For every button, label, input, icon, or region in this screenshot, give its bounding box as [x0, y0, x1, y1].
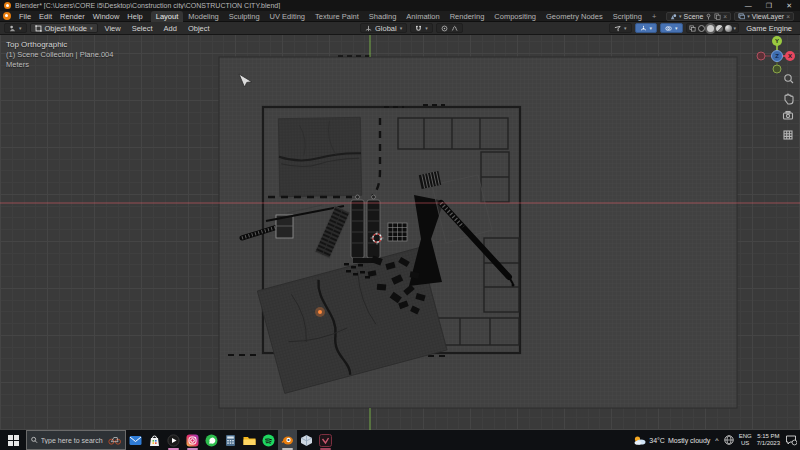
show-overlays-icon: [665, 25, 672, 32]
grid-ortho-icon[interactable]: [784, 131, 792, 139]
shading-material-icon[interactable]: [716, 25, 723, 32]
menu-add[interactable]: Add: [160, 24, 181, 33]
orientation-label: Global: [375, 24, 397, 33]
transform-orientation-selector[interactable]: Global ▾: [360, 23, 407, 33]
tab-scripting[interactable]: Scripting: [608, 11, 647, 22]
tab-shading[interactable]: Shading: [364, 11, 402, 22]
toggle-xray-icon[interactable]: [689, 25, 696, 32]
app-spotify[interactable]: [259, 430, 278, 450]
close-button[interactable]: ✕: [786, 2, 792, 10]
tab-compositing[interactable]: Compositing: [489, 11, 541, 22]
gizmo-neg-x[interactable]: [757, 52, 765, 60]
title-bar: Blender* [C:\Users\CORE i5\Desktop\Const…: [0, 0, 800, 11]
scene-name: Scene: [683, 13, 703, 20]
menu-file[interactable]: File: [15, 11, 35, 22]
scene-wireframe: Y X Z: [0, 35, 800, 430]
proportional-editing-toggle[interactable]: [436, 23, 463, 33]
app-blender[interactable]: [278, 430, 297, 450]
calculator-icon: [224, 434, 237, 447]
show-gizmo-toggle[interactable]: ▾: [635, 23, 658, 33]
tab-modeling[interactable]: Modeling: [183, 11, 223, 22]
shading-rendered-icon[interactable]: [725, 25, 732, 32]
shading-mode-group: ▾: [686, 23, 740, 33]
bicycle-graphic: [108, 434, 121, 446]
maximize-button[interactable]: ❐: [766, 2, 772, 10]
unlink-scene-icon[interactable]: ×: [723, 13, 727, 20]
menu-view[interactable]: View: [101, 24, 125, 33]
menu-window[interactable]: Window: [89, 11, 124, 22]
3d-viewport[interactable]: Y X Z T: [0, 35, 800, 430]
taskbar-search[interactable]: [26, 430, 126, 450]
movies-icon: [167, 434, 180, 447]
notification-icon[interactable]: [785, 434, 797, 446]
editor-type-selector[interactable]: ▾: [4, 23, 27, 33]
window-lattice[interactable]: [388, 223, 407, 241]
duplicate-icon[interactable]: [714, 13, 721, 20]
mode-label: Object Mode: [45, 24, 88, 33]
object-visibility-dropdown[interactable]: ▾: [609, 23, 632, 33]
tab-sculpting[interactable]: Sculpting: [224, 11, 265, 22]
mode-selector[interactable]: Object Mode ▾: [30, 23, 98, 33]
tab-layout[interactable]: Layout: [151, 11, 184, 22]
zoom-icon[interactable]: [785, 75, 793, 83]
pin-icon[interactable]: [705, 13, 712, 20]
render-engine-label: Game Engine: [742, 24, 796, 33]
app-whatsapp[interactable]: [202, 430, 221, 450]
blender-menu-icon[interactable]: [3, 12, 11, 20]
view-layer-selector[interactable]: ▾ ViewLayer ×: [734, 12, 794, 21]
store-icon: [148, 434, 161, 447]
snap-toggle[interactable]: ▾: [410, 23, 433, 33]
app-calculator[interactable]: [221, 430, 240, 450]
weather-widget[interactable]: 34°C Mostly cloudy: [633, 435, 710, 446]
tab-rendering[interactable]: Rendering: [445, 11, 490, 22]
terrain-block-topleft[interactable]: [278, 117, 361, 196]
minimize-button[interactable]: —: [745, 2, 752, 10]
hidden-icons-button[interactable]: ^: [715, 437, 718, 444]
gizmo-z-label: Z: [775, 53, 779, 59]
app-instagram[interactable]: [183, 430, 202, 450]
clock[interactable]: 5:15 PM 7/1/2023: [757, 433, 780, 447]
pan-hand-icon[interactable]: [785, 94, 793, 104]
app-microsoft-store[interactable]: [145, 430, 164, 450]
camera-view-icon[interactable]: [784, 112, 793, 120]
weather-label: Mostly cloudy: [668, 437, 710, 444]
units-label: Meters: [6, 60, 113, 70]
3d-viewer-icon: [300, 434, 313, 447]
menu-help[interactable]: Help: [123, 11, 146, 22]
app-video[interactable]: [316, 430, 335, 450]
menu-edit[interactable]: Edit: [35, 11, 56, 22]
remove-view-layer-icon[interactable]: ×: [786, 13, 790, 20]
show-overlays-toggle[interactable]: ▾: [660, 23, 683, 33]
menu-render[interactable]: Render: [56, 11, 89, 22]
gizmo-y-label: Y: [775, 38, 779, 44]
file-explorer-icon: [243, 434, 256, 447]
search-icon: [31, 436, 38, 444]
shading-solid-icon[interactable]: [707, 25, 714, 32]
light-point[interactable]: [318, 310, 322, 314]
app-mail[interactable]: [126, 430, 145, 450]
falloff-curve-icon: [451, 25, 458, 32]
tab-texture-paint[interactable]: Texture Paint: [310, 11, 364, 22]
start-button[interactable]: [0, 430, 26, 450]
tab-geometry-nodes[interactable]: Geometry Nodes: [541, 11, 608, 22]
menu-object[interactable]: Object: [184, 24, 214, 33]
video-app-icon: [319, 434, 332, 447]
tab-uv-editing[interactable]: UV Editing: [265, 11, 310, 22]
menu-select[interactable]: Select: [128, 24, 157, 33]
app-movies-tv[interactable]: [164, 430, 183, 450]
scene-selector[interactable]: ▾ Scene ×: [666, 12, 731, 21]
search-input[interactable]: [41, 437, 105, 444]
tab-animation[interactable]: Animation: [401, 11, 444, 22]
gizmo-neg-y[interactable]: [773, 65, 781, 73]
shading-wireframe-icon[interactable]: [698, 25, 705, 32]
language-indicator[interactable]: ENG US: [739, 433, 752, 447]
viewport-info-overlay: Top Orthographic (1) Scene Collection | …: [6, 40, 113, 70]
view-axis-gizmo[interactable]: Y X Z: [757, 36, 795, 73]
weather-icon: [633, 435, 646, 446]
app-3d-viewer[interactable]: [297, 430, 316, 450]
app-file-explorer[interactable]: [240, 430, 259, 450]
add-workspace-button[interactable]: +: [647, 11, 661, 22]
active-collection-label: (1) Scene Collection | Plane.004: [6, 50, 113, 60]
instagram-icon: [186, 434, 199, 447]
globe-icon[interactable]: [724, 435, 734, 445]
